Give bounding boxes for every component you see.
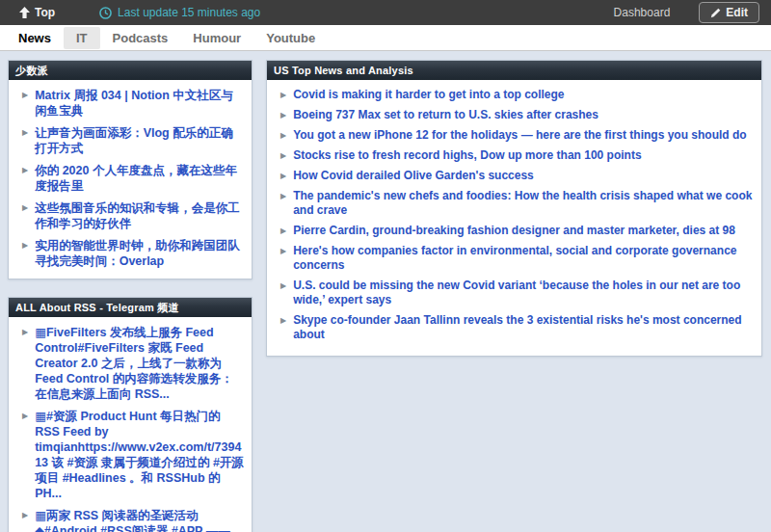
top-link[interactable]: Top [19,6,55,19]
bullet-icon: ▶ [18,409,35,423]
feed-item: ▶ You got a new iPhone 12 for the holida… [277,128,754,143]
bullet-icon: ▶ [18,200,35,215]
tab-youtube[interactable]: Youtube [253,27,328,49]
bullet-icon: ▶ [277,148,293,163]
widget-shaoshupai-list: ▶ Matrix 周报 034 | Notion 中文社区与闲鱼宝典 ▶ 让声音… [9,80,252,279]
bullet-icon: ▶ [18,508,35,522]
bullet-icon: ▶ [277,313,293,328]
feed-item-link[interactable]: Stocks rise to fresh record highs, Dow u… [293,148,641,163]
feed-item-link[interactable]: ▦FiveFilters 发布线上服务 Feed Control#FiveFil… [35,325,244,402]
feed-item: ▶ 这些氛围音乐的知识和专辑，会是你工作和学习的好伙伴 [18,200,244,231]
up-arrow-icon [19,7,30,18]
feed-item-link[interactable]: ▦两家 RSS 阅读器的圣诞活动 ◆#Android #RSS阅读器 #APP … [35,508,244,532]
content-area: 少数派 ▶ Matrix 周报 034 | Notion 中文社区与闲鱼宝典 ▶… [0,51,771,532]
right-column: US Top News and Analysis ▶ Covid is maki… [266,60,762,357]
edit-button[interactable]: Edit [699,2,759,23]
feed-item-link[interactable]: 实用的智能世界时钟，助你和跨国团队寻找完美时间：Overlap [35,238,244,269]
bullet-icon: ▶ [277,279,293,293]
bullet-icon: ▶ [18,238,35,253]
dashboard-label: Dashboard [614,6,671,19]
bullet-icon: ▶ [277,169,293,183]
feed-item-link[interactable]: You got a new iPhone 12 for the holidays… [293,128,747,143]
topbar-left: Top Last update 15 minutes ago [12,6,260,19]
feed-item: ▶ Covid is making it harder to get into … [277,88,754,102]
edit-button-label: Edit [726,6,748,19]
feed-item-link[interactable]: The pandemic's new chefs and foodies: Ho… [293,189,754,218]
feed-item: ▶ Here's how companies factor in environ… [277,244,754,273]
dashboard-page: Top Last update 15 minutes ago Dashboard… [0,0,771,532]
bullet-icon: ▶ [277,224,293,238]
pencil-icon [710,8,721,18]
widget-usnews: US Top News and Analysis ▶ Covid is maki… [266,60,762,357]
tab-news[interactable]: News [6,27,64,49]
feed-item: ▶ Matrix 周报 034 | Notion 中文社区与闲鱼宝典 [18,88,244,119]
widget-usnews-list: ▶ Covid is making it harder to get into … [267,80,761,356]
feed-item-link[interactable]: 让声音为画面添彩：Vlog 配乐的正确打开方式 [35,125,244,156]
feed-item-link[interactable]: How Covid derailed Olive Garden's succes… [293,169,534,183]
feed-item-link[interactable]: Here's how companies factor in environme… [293,244,754,273]
feed-item: ▶ ▦FiveFilters 发布线上服务 Feed Control#FiveF… [18,325,244,402]
widget-title: ALL About RSS - Telegram 频道 [15,302,179,313]
feed-item-link[interactable]: U.S. could be missing the new Covid vari… [293,279,754,307]
feed-item: ▶ ▦两家 RSS 阅读器的圣诞活动 ◆#Android #RSS阅读器 #AP… [18,508,244,532]
last-update-label: Last update 15 minutes ago [118,6,260,19]
bullet-icon: ▶ [277,128,293,143]
tab-humour[interactable]: Humour [180,27,253,49]
bullet-icon: ▶ [18,163,35,177]
bullet-icon: ▶ [18,325,35,339]
clock-icon [99,7,112,19]
widget-title: US Top News and Analysis [274,65,413,76]
feed-item-link[interactable]: Covid is making it harder to get into a … [293,88,564,102]
feed-item: ▶ Pierre Cardin, ground-breaking fashion… [277,224,754,238]
widget-shaoshupai: 少数派 ▶ Matrix 周报 034 | Notion 中文社区与闲鱼宝典 ▶… [8,60,253,279]
feed-item-link[interactable]: ▦#资源 Product Hunt 每日热门的 RSS Feed by timq… [35,409,244,501]
topbar: Top Last update 15 minutes ago Dashboard… [0,0,771,25]
feed-item-link[interactable]: Skype co-founder Jaan Tallinn reveals th… [293,313,754,342]
bullet-icon: ▶ [277,108,293,122]
widget-shaoshupai-header: 少数派 [9,61,252,80]
feed-item: ▶ 实用的智能世界时钟，助你和跨国团队寻找完美时间：Overlap [18,238,244,269]
topbar-right: Dashboard Edit [614,2,759,23]
last-update-link[interactable]: Last update 15 minutes ago [99,6,260,19]
widget-allaboutrss-header: ALL About RSS - Telegram 频道 [9,298,252,317]
bullet-icon: ▶ [277,88,293,102]
bullet-icon: ▶ [277,244,293,258]
feed-item-link[interactable]: Pierre Cardin, ground-breaking fashion d… [293,224,735,238]
widget-allaboutrss: ALL About RSS - Telegram 频道 ▶ ▦FiveFilte… [8,297,253,532]
feed-item: ▶ U.S. could be missing the new Covid va… [277,279,754,307]
feed-item: ▶ Skype co-founder Jaan Tallinn reveals … [277,313,754,342]
top-link-label: Top [35,6,55,19]
feed-item: ▶ The pandemic's new chefs and foodies: … [277,189,754,218]
left-column: 少数派 ▶ Matrix 周报 034 | Notion 中文社区与闲鱼宝典 ▶… [8,60,253,532]
feed-item-link[interactable]: 这些氛围音乐的知识和专辑，会是你工作和学习的好伙伴 [35,200,244,231]
bullet-icon: ▶ [18,125,35,140]
tab-bar: News IT Podcasts Humour Youtube [0,25,771,51]
feed-item: ▶ ▦#资源 Product Hunt 每日热门的 RSS Feed by ti… [18,409,244,501]
feed-item-link[interactable]: 你的 2020 个人年度盘点，藏在这些年度报告里 [35,163,244,194]
widget-allaboutrss-list: ▶ ▦FiveFilters 发布线上服务 Feed Control#FiveF… [9,317,252,532]
feed-item-link[interactable]: Boeing 737 Max set to return to U.S. ski… [293,108,598,122]
widget-usnews-header: US Top News and Analysis [267,61,761,80]
tab-it[interactable]: IT [64,27,100,49]
feed-item: ▶ How Covid derailed Olive Garden's succ… [277,169,754,183]
bullet-icon: ▶ [18,88,35,102]
widget-title: 少数派 [15,65,48,76]
feed-item: ▶ 你的 2020 个人年度盘点，藏在这些年度报告里 [18,163,244,194]
feed-item: ▶ 让声音为画面添彩：Vlog 配乐的正确打开方式 [18,125,244,156]
tab-podcasts[interactable]: Podcasts [100,27,181,49]
feed-item: ▶ Boeing 737 Max set to return to U.S. s… [277,108,754,122]
feed-item-link[interactable]: Matrix 周报 034 | Notion 中文社区与闲鱼宝典 [35,88,244,119]
bullet-icon: ▶ [277,189,293,203]
feed-item: ▶ Stocks rise to fresh record highs, Dow… [277,148,754,163]
